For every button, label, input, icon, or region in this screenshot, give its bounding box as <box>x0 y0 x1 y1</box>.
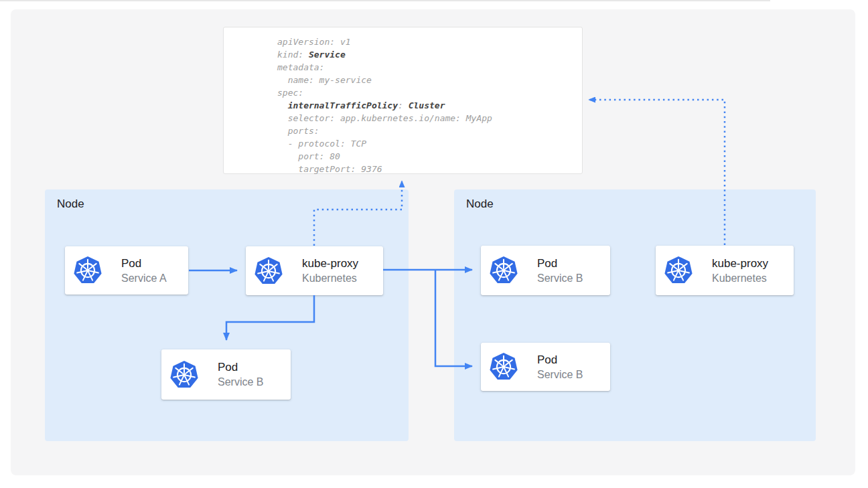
card-title: kube-proxy <box>712 256 768 271</box>
yaml-code: apiVersion: v1kind: Servicemetadata: nam… <box>277 35 582 175</box>
card-subtitle: Service B <box>537 368 583 382</box>
card-title: Pod <box>218 360 263 375</box>
card-subtitle: Service A <box>121 271 167 285</box>
card-subtitle: Service B <box>218 375 263 389</box>
card-kube-proxy-left: kube-proxy Kubernetes <box>246 246 383 295</box>
kubernetes-icon <box>489 256 518 285</box>
card-title: Pod <box>537 256 583 271</box>
top-divider <box>0 0 770 1</box>
card-subtitle: Kubernetes <box>712 271 768 285</box>
card-title: Pod <box>121 256 167 271</box>
service-yaml-panel: apiVersion: v1kind: Servicemetadata: nam… <box>223 27 583 174</box>
kubernetes-icon <box>664 256 693 285</box>
card-pod-service-a: Pod Service A <box>65 246 188 295</box>
node-left-label: Node <box>57 197 84 211</box>
card-subtitle: Service B <box>537 271 583 285</box>
kubernetes-icon <box>73 256 102 285</box>
node-left: Node <box>45 189 409 441</box>
kubernetes-icon <box>169 360 199 390</box>
kubernetes-icon <box>254 256 283 286</box>
kubernetes-icon <box>489 352 518 382</box>
node-right-label: Node <box>466 197 494 211</box>
card-title: Pod <box>537 353 583 368</box>
card-pod-service-b-right-bottom: Pod Service B <box>481 343 610 391</box>
diagram-canvas: apiVersion: v1kind: Servicemetadata: nam… <box>0 0 868 488</box>
card-subtitle: Kubernetes <box>302 271 358 285</box>
card-pod-service-b-left: Pod Service B <box>161 349 291 400</box>
card-title: kube-proxy <box>302 256 358 271</box>
node-right: Node <box>454 189 816 441</box>
card-pod-service-b-right-top: Pod Service B <box>481 246 610 295</box>
card-kube-proxy-right: kube-proxy Kubernetes <box>656 246 794 295</box>
